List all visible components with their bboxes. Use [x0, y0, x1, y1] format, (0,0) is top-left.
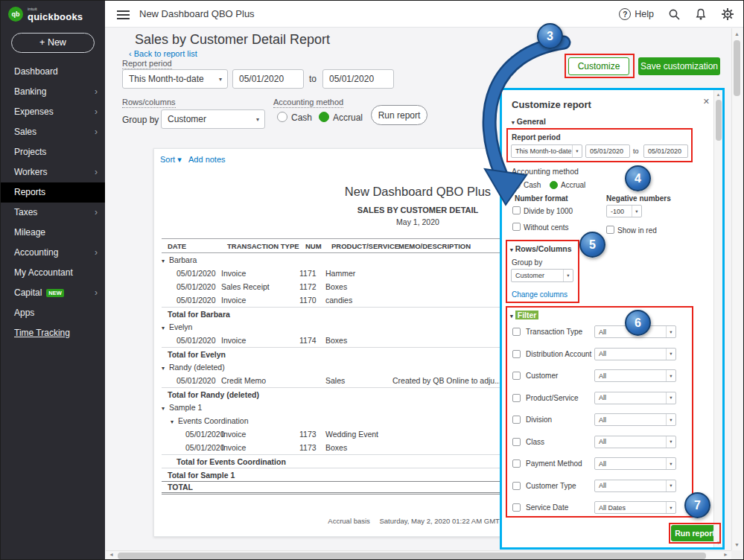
filter-checkbox[interactable]: [512, 503, 521, 512]
without-cents-checkbox[interactable]: [512, 223, 521, 231]
back-to-report-list-link[interactable]: ‹ Back to report list: [129, 49, 197, 58]
caret-down-icon: ▾: [666, 392, 675, 404]
section-rows-columns[interactable]: ▾Rows/Columns: [510, 244, 572, 253]
change-columns-link[interactable]: Change columns: [512, 290, 567, 299]
date-from-input[interactable]: 05/01/2020: [232, 69, 304, 89]
horizontal-scrollbar-thumb[interactable]: [118, 553, 706, 559]
customize-button[interactable]: Customize: [568, 57, 629, 75]
group-by-select[interactable]: Customer▾: [161, 109, 265, 129]
panel-date-to-input[interactable]: 05/01/2020: [643, 144, 688, 158]
chevron-right-icon: ›: [95, 106, 98, 117]
accrual-radio[interactable]: [319, 112, 329, 122]
sidebar-item-banking[interactable]: Banking›: [1, 82, 105, 102]
panel-cash-radio[interactable]: [512, 181, 521, 189]
filter-value-select[interactable]: All▾: [594, 413, 676, 426]
filter-value-select[interactable]: All▾: [594, 480, 676, 492]
run-report-button[interactable]: Run report: [371, 105, 427, 125]
filter-checkbox[interactable]: [512, 350, 521, 358]
collapse-caret-icon[interactable]: ▾: [162, 405, 165, 412]
save-customization-button[interactable]: Save customization: [638, 57, 720, 75]
caret-down-icon: ▾: [177, 155, 182, 164]
panel-group-by-label: Group by: [512, 258, 542, 267]
collapse-caret-icon[interactable]: ▾: [171, 419, 174, 425]
sidebar-item-apps[interactable]: Apps: [1, 303, 105, 323]
sidebar-item-taxes[interactable]: Taxes›: [1, 203, 105, 223]
sidebar-item-projects[interactable]: Projects: [1, 142, 105, 162]
horizontal-scrollbar[interactable]: ◄ ►: [106, 550, 731, 560]
hamburger-menu-icon[interactable]: [117, 8, 130, 22]
caret-down-icon: ▾: [256, 116, 259, 123]
sort-dropdown[interactable]: Sort ▾: [160, 155, 182, 165]
panel-scrollbar[interactable]: ▲ ▼: [713, 90, 722, 547]
sidebar-item-time-tracking[interactable]: Time Tracking: [1, 323, 105, 343]
filter-checkbox[interactable]: [512, 394, 521, 402]
caret-down-icon: ▾: [666, 502, 675, 513]
caret-down-icon: ▾: [510, 246, 513, 253]
scroll-left-icon[interactable]: ◄: [109, 552, 114, 557]
close-icon[interactable]: ✕: [703, 97, 710, 106]
section-filter[interactable]: ▾Filter: [510, 311, 538, 319]
panel-run-report-button[interactable]: Run report: [671, 525, 719, 541]
vertical-scrollbar-thumb[interactable]: [734, 40, 740, 96]
caret-down-icon: ▾: [666, 414, 675, 425]
vertical-scrollbar[interactable]: ▲ ▼: [731, 28, 742, 550]
negative-format-select[interactable]: -100▾: [606, 205, 642, 217]
section-general[interactable]: ▾General: [512, 117, 546, 126]
sidebar-item-accounting[interactable]: Accounting›: [1, 243, 105, 263]
filter-row-service-date: Service DateAll Dates▾: [506, 497, 710, 519]
sidebar-item-reports[interactable]: Reports: [1, 182, 105, 203]
cash-radio[interactable]: [277, 112, 287, 122]
filter-checkbox[interactable]: [512, 482, 521, 490]
filter-checkbox[interactable]: [512, 416, 521, 424]
help-button[interactable]: ? Help: [619, 8, 654, 20]
new-button[interactable]: + New: [11, 33, 95, 53]
panel-accrual-radio[interactable]: [550, 181, 558, 189]
sidebar-item-capital[interactable]: CapitalNEW›: [1, 283, 105, 303]
notifications-bell-icon[interactable]: [694, 7, 708, 21]
collapse-caret-icon[interactable]: ▾: [162, 365, 165, 372]
filter-value-select[interactable]: All▾: [594, 348, 676, 360]
topbar: New Dashboard QBO Plus ? Help: [105, 1, 744, 28]
filter-checkbox[interactable]: [512, 438, 521, 446]
filter-checkbox[interactable]: [512, 328, 521, 336]
filter-checkbox[interactable]: [512, 459, 521, 468]
scroll-up-icon[interactable]: ▲: [714, 92, 722, 97]
panel-report-period-select[interactable]: This Month-to-date▾: [511, 144, 582, 158]
sidebar-item-workers[interactable]: Workers›: [1, 162, 105, 182]
filter-value-select[interactable]: All▾: [594, 369, 676, 382]
filter-row-class: ClassAll▾: [506, 431, 710, 454]
qb-logo-icon: qb: [8, 7, 23, 22]
scroll-up-icon[interactable]: ▲: [732, 31, 742, 36]
panel-date-from-input[interactable]: 05/01/2020: [585, 144, 630, 158]
panel-group-by-select[interactable]: Customer▾: [511, 269, 573, 282]
caret-down-icon: ▾: [572, 145, 582, 157]
collapse-caret-icon[interactable]: ▾: [162, 258, 165, 264]
filter-value-select[interactable]: All Dates▾: [594, 501, 676, 514]
number-format-label: Number format: [515, 194, 568, 203]
date-to-input[interactable]: 05/01/2020: [322, 69, 394, 89]
report-period-select[interactable]: This Month-to-date▾: [122, 69, 228, 89]
scroll-down-icon[interactable]: ▼: [714, 541, 722, 545]
sidebar-item-expenses[interactable]: Expenses›: [1, 102, 105, 122]
divide-by-1000-checkbox[interactable]: [512, 206, 521, 214]
filter-value-select[interactable]: All▾: [594, 436, 676, 448]
scroll-down-icon[interactable]: ▼: [732, 542, 742, 547]
panel-report-period-label: Report period: [512, 133, 561, 141]
panel-scrollbar-thumb[interactable]: [716, 100, 722, 141]
customize-panel: Customize report ✕ ▾General Report perio…: [500, 88, 725, 550]
caret-down-icon: ▾: [666, 436, 675, 448]
collapse-caret-icon[interactable]: ▾: [162, 325, 165, 331]
scroll-right-icon[interactable]: ►: [723, 552, 728, 557]
sidebar-item-dashboard[interactable]: Dashboard: [1, 62, 105, 82]
sidebar-item-mileage[interactable]: Mileage: [1, 223, 105, 243]
filter-checkbox[interactable]: [512, 372, 521, 380]
panel-accrual-label: Accrual: [561, 181, 585, 189]
filter-value-select[interactable]: All▾: [594, 457, 676, 470]
add-notes-link[interactable]: Add notes: [188, 155, 226, 164]
sidebar-item-sales[interactable]: Sales›: [1, 122, 105, 142]
show-in-red-checkbox[interactable]: [606, 226, 614, 234]
search-icon[interactable]: [667, 7, 681, 21]
settings-gear-icon[interactable]: [721, 7, 734, 21]
sidebar-item-my-accountant[interactable]: My Accountant: [1, 263, 105, 283]
filter-value-select[interactable]: All▾: [594, 392, 676, 404]
